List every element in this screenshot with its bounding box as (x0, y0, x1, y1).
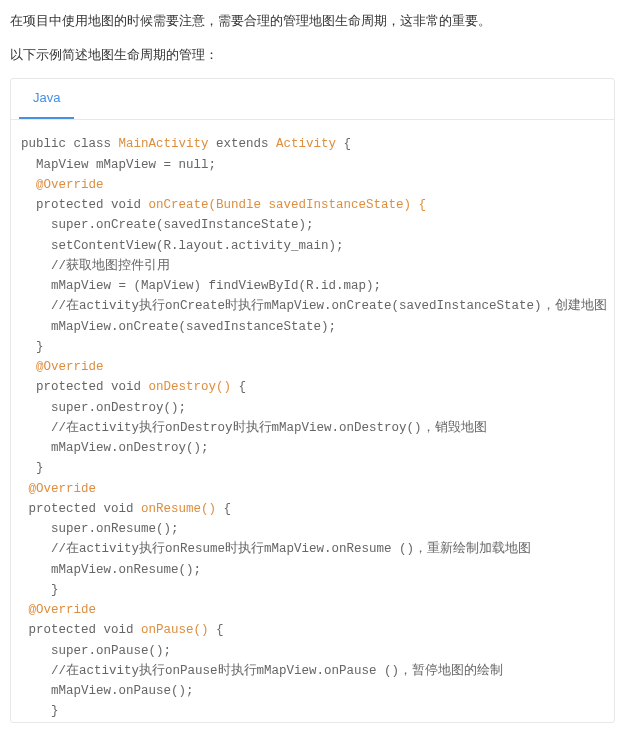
code-line: @Override (21, 178, 104, 192)
code-line: mMapView.onDestroy(); (21, 441, 209, 455)
code-line: @Override (21, 482, 96, 496)
code-token: protected void (21, 623, 141, 637)
code-line: setContentView(R.layout.activity_main); (21, 239, 344, 253)
code-line: super.onDestroy(); (21, 401, 186, 415)
tab-bar: Java (11, 79, 614, 120)
code-token: { (209, 623, 224, 637)
code-line: super.onResume(); (21, 522, 179, 536)
code-token: onCreate (149, 198, 209, 212)
code-line: super.onPause(); (21, 644, 171, 658)
code-token: protected void (21, 502, 141, 516)
code-line: //获取地图控件引用 (21, 259, 170, 273)
intro-paragraph-1: 在项目中使用地图的时候需要注意，需要合理的管理地图生命周期，这非常的重要。 (10, 10, 615, 32)
code-token: class (66, 137, 119, 151)
code-line: mMapView.onCreate(savedInstanceState); (21, 320, 336, 334)
code-line: //在activity执行onResume时执行mMapView.onResum… (21, 542, 531, 556)
code-line: } (21, 704, 59, 718)
code-token: onResume (141, 502, 201, 516)
code-token: { (216, 502, 231, 516)
code-line: @Override (21, 360, 104, 374)
intro-paragraph-2: 以下示例简述地图生命周期的管理： (10, 44, 615, 66)
code-token: onPause (141, 623, 194, 637)
code-line: MapView mMapView = null; (21, 158, 216, 172)
code-line: } (21, 583, 59, 597)
code-token: protected void (21, 198, 149, 212)
code-token: Activity (276, 137, 336, 151)
code-line: mMapView.onResume(); (21, 563, 201, 577)
code-token: () (216, 380, 231, 394)
code-token: { (336, 137, 351, 151)
code-line: @Override (21, 603, 96, 617)
code-token: protected void (21, 380, 149, 394)
code-line: mMapView = (MapView) findViewById(R.id.m… (21, 279, 381, 293)
code-line: //在activity执行onDestroy时执行mMapView.onDest… (21, 421, 487, 435)
code-token: () (201, 502, 216, 516)
code-token: MainActivity (119, 137, 209, 151)
code-line: } (21, 340, 44, 354)
code-token: Bundle savedInstanceState (216, 198, 404, 212)
code-block: Java public class MainActivity extends A… (10, 78, 615, 722)
code-line: //在activity执行onPause时执行mMapView.onPause … (21, 664, 503, 678)
code-token: onDestroy (149, 380, 217, 394)
code-token: { (231, 380, 246, 394)
code-line: mMapView.onPause(); (21, 684, 194, 698)
code-token: ( (209, 198, 217, 212)
code-line: super.onCreate(savedInstanceState); (21, 218, 314, 232)
code-token: ) { (404, 198, 427, 212)
code-token: public (21, 137, 66, 151)
code-token: extends (209, 137, 277, 151)
tab-java[interactable]: Java (19, 79, 74, 119)
code-content: public class MainActivity extends Activi… (11, 120, 614, 721)
code-token: () (194, 623, 209, 637)
code-line: //在activity执行onCreate时执行mMapView.onCreat… (21, 299, 607, 313)
code-line: } (21, 461, 44, 475)
